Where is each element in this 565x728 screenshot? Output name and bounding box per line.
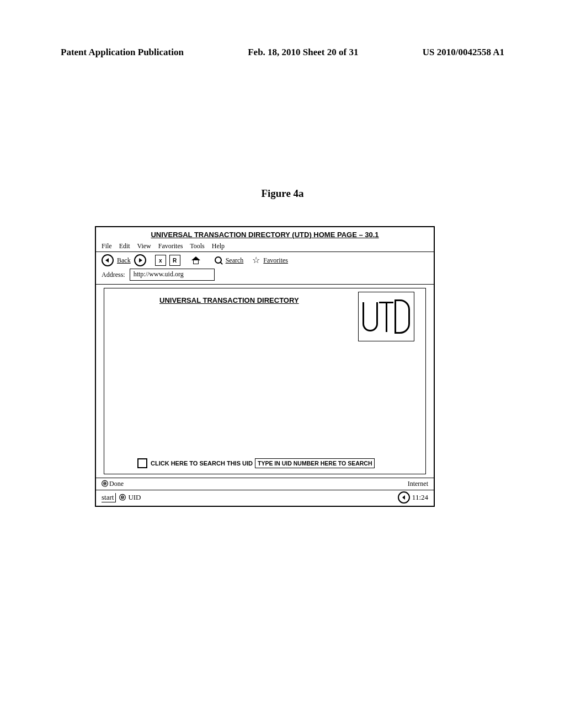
logo-letter-u: [363, 302, 378, 331]
search-row: CLICK HERE TO SEARCH THIS UID TYPE IN UI…: [137, 458, 418, 468]
menu-file[interactable]: File: [102, 242, 112, 250]
back-button[interactable]: Back: [117, 256, 131, 265]
refresh-button[interactable]: R: [169, 255, 180, 266]
content-area: UNIVERSAL TRANSACTION DIRECTORY CLICK HE…: [96, 285, 434, 478]
status-zone: Internet: [408, 480, 428, 488]
favorites-icon[interactable]: ☆: [252, 256, 260, 264]
header-left: Patent Application Publication: [61, 47, 184, 58]
page-heading: UNIVERSAL TRANSACTION DIRECTORY: [159, 296, 299, 304]
content-box: UNIVERSAL TRANSACTION DIRECTORY CLICK HE…: [104, 288, 426, 474]
status-bar: ⓔ Done Internet: [96, 478, 434, 490]
window-title: UNIVERSAL TRANSACTION DIRECTORY (UTD) HO…: [96, 227, 434, 241]
taskbar-app[interactable]: UID: [128, 493, 141, 502]
header-right: US 2010/0042558 A1: [423, 47, 504, 58]
taskbar-ie-icon[interactable]: ⓔ: [119, 493, 126, 502]
start-button[interactable]: start: [102, 493, 116, 502]
logo-letter-t: [380, 302, 392, 332]
menu-edit[interactable]: Edit: [119, 242, 130, 250]
favorites-button[interactable]: Favorites: [263, 256, 288, 265]
status-done: Done: [109, 480, 124, 488]
utd-logo: [358, 292, 414, 341]
menu-bar: File Edit View Favorites Tools Help: [96, 241, 434, 252]
taskbar-clock: 11:24: [412, 493, 428, 502]
search-icon[interactable]: [215, 256, 222, 264]
stop-button[interactable]: x: [155, 255, 166, 266]
menu-tools[interactable]: Tools: [190, 242, 205, 250]
address-bar: Address: http://www.uid.org: [96, 267, 434, 285]
taskbar: start ⓔ UID 11:24: [96, 490, 434, 506]
patent-header: Patent Application Publication Feb. 18, …: [61, 47, 504, 58]
browser-window: UNIVERSAL TRANSACTION DIRECTORY (UTD) HO…: [95, 226, 435, 507]
search-button[interactable]: Search: [226, 256, 244, 265]
uid-search-input[interactable]: TYPE IN UID NUMBER HERE TO SEARCH: [255, 458, 375, 468]
menu-help[interactable]: Help: [212, 242, 225, 250]
logo-letter-d: [395, 299, 410, 334]
menu-favorites[interactable]: Favorites: [158, 242, 183, 250]
search-prompt[interactable]: CLICK HERE TO SEARCH THIS UID: [151, 460, 253, 467]
ie-icon: ⓔ: [102, 479, 108, 489]
home-icon[interactable]: [191, 256, 200, 264]
figure-label: Figure 4a: [0, 188, 565, 200]
menu-view[interactable]: View: [137, 242, 151, 250]
search-checkbox[interactable]: [137, 458, 147, 468]
tray-icon[interactable]: [398, 491, 410, 504]
address-input[interactable]: http://www.uid.org: [130, 269, 215, 281]
header-center: Feb. 18, 2010 Sheet 20 of 31: [248, 47, 358, 58]
forward-icon[interactable]: [134, 254, 146, 266]
address-label: Address:: [102, 271, 125, 279]
toolbar: Back x R Search ☆ Favorites: [96, 252, 434, 267]
back-icon[interactable]: [102, 254, 114, 266]
